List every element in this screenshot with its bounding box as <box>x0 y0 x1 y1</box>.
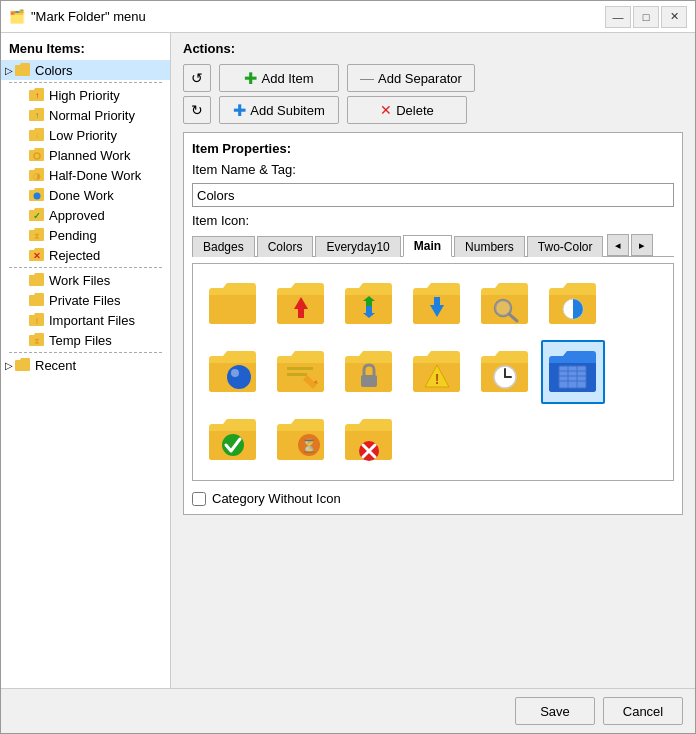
icon-cell-folder-clock[interactable] <box>473 340 537 404</box>
separator-1 <box>9 82 162 83</box>
svg-text:⧗: ⧗ <box>34 232 40 241</box>
folder-done-work-icon <box>29 187 45 203</box>
item-name-input[interactable] <box>192 183 674 207</box>
nav-up-button[interactable]: ↺ <box>183 64 211 92</box>
delete-button[interactable]: ✕ Delete <box>347 96 467 124</box>
svg-rect-29 <box>361 375 377 387</box>
tab-main[interactable]: Main <box>403 235 452 257</box>
svg-point-23 <box>227 365 251 389</box>
tab-badges[interactable]: Badges <box>192 236 255 257</box>
cancel-button[interactable]: Cancel <box>603 697 683 725</box>
folder-half-done-icon: ◑ <box>29 167 45 183</box>
svg-point-5 <box>34 193 41 200</box>
tab-colors[interactable]: Colors <box>257 236 314 257</box>
category-without-icon-label[interactable]: Category Without Icon <box>212 491 341 506</box>
category-without-icon-row: Category Without Icon <box>192 491 674 506</box>
sidebar-item-half-done-work-label: Half-Done Work <box>49 168 141 183</box>
icon-cell-folder-up-arrow[interactable] <box>269 272 333 336</box>
tab-scroll-left-button[interactable]: ◂ <box>607 234 629 256</box>
sidebar-item-approved[interactable]: ✓ Approved <box>1 205 170 225</box>
sidebar-item-recent-label: Recent <box>35 358 76 373</box>
svg-rect-16 <box>366 306 372 313</box>
add-item-button[interactable]: ✚ Add Item <box>219 64 339 92</box>
add-subitem-button[interactable]: ✚ Add Subitem <box>219 96 339 124</box>
nav-buttons: ↺ ↻ <box>183 64 211 124</box>
nav-down-button[interactable]: ↻ <box>183 96 211 124</box>
sidebar-item-important-files[interactable]: ! Important Files <box>1 310 170 330</box>
sidebar-item-normal-priority[interactable]: ↑ Normal Priority <box>1 105 170 125</box>
icon-cell-folder-timer[interactable]: ⏳ <box>269 408 333 472</box>
svg-text:✕: ✕ <box>33 251 41 261</box>
icon-cell-folder-search[interactable] <box>473 272 537 336</box>
sidebar-item-recent[interactable]: ▷ Recent <box>1 355 170 375</box>
left-panel: Menu Items: ▷ Colors ↑ <box>1 33 171 688</box>
sidebar-item-colors[interactable]: ▷ Colors <box>1 60 170 80</box>
sidebar-item-planned-work[interactable]: Planned Work <box>1 145 170 165</box>
sidebar-item-rejected[interactable]: ✕ Rejected <box>1 245 170 265</box>
icon-cell-folder-grid[interactable] <box>541 340 605 404</box>
add-subitem-label: Add Subitem <box>250 103 324 118</box>
minimize-button[interactable]: — <box>605 6 631 28</box>
sidebar-item-normal-priority-label: Normal Priority <box>49 108 135 123</box>
close-button[interactable]: ✕ <box>661 6 687 28</box>
sidebar-item-important-files-label: Important Files <box>49 313 135 328</box>
add-separator-label: Add Separator <box>378 71 462 86</box>
sidebar-item-rejected-label: Rejected <box>49 248 100 263</box>
svg-text:!: ! <box>36 316 39 326</box>
icon-grid-container: ! <box>192 263 674 481</box>
sidebar-item-low-priority-label: Low Priority <box>49 128 117 143</box>
sidebar-item-approved-label: Approved <box>49 208 105 223</box>
bottom-bar: Save Cancel <box>1 688 695 733</box>
svg-text:⏳: ⏳ <box>301 437 318 454</box>
maximize-button[interactable]: □ <box>633 6 659 28</box>
icon-cell-folder-note[interactable] <box>269 340 333 404</box>
sidebar-item-low-priority[interactable]: ↓ Low Priority <box>1 125 170 145</box>
svg-text:↑: ↑ <box>35 91 39 100</box>
svg-text:◑: ◑ <box>33 171 41 181</box>
icon-cell-folder-down-arrow[interactable] <box>405 272 469 336</box>
icon-cell-folder-blue-sphere[interactable] <box>201 340 265 404</box>
svg-rect-26 <box>287 373 307 376</box>
sidebar-item-temp-files[interactable]: ⧗ Temp Files <box>1 330 170 350</box>
svg-text:✓: ✓ <box>33 211 41 221</box>
folder-low-priority-icon: ↓ <box>29 127 45 143</box>
save-button[interactable]: Save <box>515 697 595 725</box>
sidebar-item-half-done-work[interactable]: ◑ Half-Done Work <box>1 165 170 185</box>
sidebar-item-pending[interactable]: ⧗ Pending <box>1 225 170 245</box>
window-controls: — □ ✕ <box>605 6 687 28</box>
icon-cell-folder-warning[interactable]: ! <box>405 340 469 404</box>
sidebar-item-private-files[interactable]: Private Files <box>1 290 170 310</box>
sidebar-item-work-files[interactable]: Work Files <box>1 270 170 290</box>
main-window: 🗂️ "Mark Folder" menu — □ ✕ Menu Items: … <box>0 0 696 734</box>
delete-label: Delete <box>396 103 434 118</box>
tab-scroll-right-button[interactable]: ▸ <box>631 234 653 256</box>
add-separator-icon: — <box>360 70 374 86</box>
tab-everyday10[interactable]: Everyday10 <box>315 236 400 257</box>
menu-items-header: Menu Items: <box>1 37 170 60</box>
add-item-label: Add Item <box>261 71 313 86</box>
right-panel: Actions: ↺ ↻ ✚ Add Item — Add Separator <box>171 33 695 688</box>
icon-cell-folder-updown-arrow[interactable] <box>337 272 401 336</box>
add-separator-button[interactable]: — Add Separator <box>347 64 475 92</box>
icon-cell-folder-check[interactable] <box>201 408 265 472</box>
svg-text:⧗: ⧗ <box>34 337 40 346</box>
tab-two-color[interactable]: Two-Color <box>527 236 604 257</box>
sidebar-item-planned-work-label: Planned Work <box>49 148 130 163</box>
add-item-icon: ✚ <box>244 69 257 88</box>
folder-temp-files-icon: ⧗ <box>29 332 45 348</box>
tab-numbers[interactable]: Numbers <box>454 236 525 257</box>
category-without-icon-checkbox[interactable] <box>192 492 206 506</box>
sidebar-item-done-work[interactable]: Done Work <box>1 185 170 205</box>
icon-cell-folder-half-blue[interactable] <box>541 272 605 336</box>
item-properties-label: Item Properties: <box>192 141 674 156</box>
icon-cell-folder-delete[interactable] <box>337 408 401 472</box>
icon-cell-folder-lock[interactable] <box>337 340 401 404</box>
expand-icon: ▷ <box>5 65 13 76</box>
folder-work-files-icon <box>29 272 45 288</box>
icon-cell-folder-plain[interactable] <box>201 272 265 336</box>
folder-icon <box>15 62 31 78</box>
folder-approved-icon: ✓ <box>29 207 45 223</box>
title-bar: 🗂️ "Mark Folder" menu — □ ✕ <box>1 1 695 33</box>
sidebar-item-high-priority[interactable]: ↑ High Priority <box>1 85 170 105</box>
separator-3 <box>9 352 162 353</box>
